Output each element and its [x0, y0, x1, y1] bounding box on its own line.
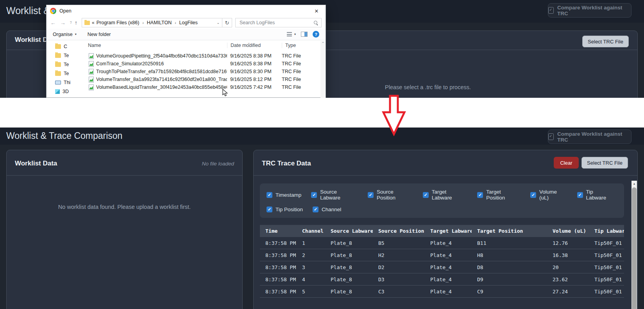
table-header-cell: Channel [297, 225, 325, 237]
file-row[interactable]: VolumeBasedLiquidTransfer_30f419e2453a40… [82, 83, 326, 91]
checkbox-checked-icon[interactable] [577, 192, 583, 198]
trc-file-icon [89, 84, 94, 90]
navigation-pane: C Te Te Te [47, 40, 82, 98]
cell-channel: 4 [297, 273, 325, 286]
address-dropdown-chevron-icon[interactable]: ⌄ [216, 21, 220, 25]
cell-source-labware: Plate_8 [325, 286, 373, 298]
panel-header: Worklist Data No file loaded [7, 150, 242, 176]
filter-label: Source Position [377, 189, 413, 201]
forward-arrow-icon[interactable]: → [60, 20, 66, 25]
nav-pane-item[interactable]: Te [47, 60, 79, 69]
scrollbar-up-arrow-icon[interactable] [631, 181, 637, 187]
column-filter-checkbox[interactable]: Timestamp [267, 189, 301, 201]
nav-pane-item[interactable]: Te [47, 51, 79, 60]
column-filter-checkbox[interactable]: Tip Position [267, 207, 303, 212]
checkbox-checked-icon[interactable] [267, 207, 272, 212]
table-row[interactable]: 8:37:58 PM 1 Plate_8 B5 Plate_4 B11 12.7… [260, 237, 624, 249]
search-input[interactable] [239, 20, 314, 26]
column-filter-checkbox[interactable]: Target Position [477, 189, 521, 201]
breadcrumb-prefix: « [92, 20, 95, 25]
column-filter-checkbox[interactable]: Source Position [368, 189, 413, 201]
refresh-icon[interactable] [222, 18, 232, 27]
table-row[interactable]: 8:37:58 PM 5 Plate_8 C3 Plate_4 C9 27.24… [260, 286, 624, 298]
preview-pane-icon[interactable] [301, 32, 308, 37]
file-date-modified: 9/16/2025 8:38 PM [227, 61, 279, 66]
file-list: Name Date modified Type VolumeGroupedPip… [82, 40, 326, 98]
compare-worklist-button[interactable]: Compare Worklist against TRC [548, 129, 631, 144]
filter-label: Target Position [486, 189, 521, 201]
file-row[interactable]: VolumeTransfer_8a1a9923fa71416c92f360df2… [82, 75, 326, 83]
checkbox-checked-icon[interactable] [423, 192, 429, 198]
checkbox-checked-icon[interactable] [313, 207, 318, 212]
up-arrow-icon[interactable]: ↑ [75, 20, 77, 25]
nav-pane-item[interactable]: 3D [47, 87, 79, 96]
trc-file-icon [89, 69, 94, 75]
select-trc-file-button[interactable]: Select TRC File [581, 157, 628, 169]
select-trc-file-button[interactable]: Select TRC File [582, 36, 629, 47]
nav-item-icon [55, 81, 61, 84]
checkbox-checked-icon[interactable] [267, 192, 272, 198]
checkbox-checked-icon[interactable] [530, 192, 536, 198]
cell-tip-labware: Tip50F_01 [589, 286, 624, 298]
search-box[interactable] [235, 18, 322, 27]
sort-indicator-icon [247, 41, 250, 45]
help-icon[interactable] [313, 31, 319, 38]
file-list-column-headers: Name Date modified Type [82, 40, 326, 50]
cell-source-position: D2 [373, 261, 425, 273]
column-filter-checkbox[interactable]: Volume (uL) [530, 189, 567, 201]
clear-button[interactable]: Clear [554, 157, 579, 169]
table-row[interactable]: 8:37:58 PM 2 Plate_8 H2 Plate_4 H8 16.38… [260, 249, 624, 261]
trc-file-icon [89, 53, 94, 59]
organise-menu-button[interactable]: Organise ▾ [53, 32, 77, 37]
column-header-name[interactable]: Name [82, 43, 227, 48]
vertical-scrollbar[interactable] [631, 181, 637, 309]
file-type: TRC File [279, 53, 301, 59]
table-row[interactable]: 8:37:58 PM 4 Plate_8 D3 Plate_4 D9 23.62… [260, 273, 624, 286]
file-row[interactable]: VolumeGroupedPipetting_2f540a4fbc6b470db… [82, 52, 326, 60]
change-view-button[interactable]: ▾ [287, 32, 296, 36]
table-row[interactable]: 8:37:58 PM 3 Plate_8 D2 Plate_4 D8 20 Ti… [260, 261, 624, 273]
chrome-icon [50, 8, 56, 14]
new-folder-button[interactable]: New folder [88, 32, 111, 37]
nav-pane-item[interactable]: Thi [47, 78, 79, 87]
table-header-cell: Target Position [472, 225, 547, 237]
file-name: VolumeBasedLiquidTransfer_30f419e2453a40… [96, 84, 227, 90]
table-header-cell: Source Labware [325, 225, 373, 237]
cell-target-labware: Plate_4 [425, 273, 472, 286]
recent-locations-chevron-icon[interactable]: ˆ̸ [70, 21, 71, 25]
checkbox-checked-icon[interactable] [368, 192, 374, 198]
checkbox-checked-icon[interactable] [477, 192, 483, 198]
column-header-type[interactable]: Type [282, 43, 326, 48]
nav-item-label: Te [64, 53, 69, 58]
nav-pane-item[interactable]: Te [47, 69, 79, 78]
checkbox-checked-icon[interactable] [311, 192, 317, 198]
table-body: 8:37:58 PM 1 Plate_8 B5 Plate_4 B11 12.7… [260, 237, 624, 298]
organise-label: Organise [53, 32, 73, 37]
cell-source-position: H2 [373, 249, 425, 261]
dialog-titlebar[interactable]: Open [47, 5, 326, 17]
breadcrumb-item[interactable]: HAMILTON [147, 20, 172, 25]
column-header-date-modified[interactable]: Date modified [227, 43, 282, 48]
cell-target-position: C9 [472, 286, 547, 298]
file-row[interactable]: ComTrace_Simulator20250916 9/16/2025 8:3… [82, 60, 326, 68]
cell-channel: 1 [297, 237, 325, 249]
back-arrow-icon[interactable]: ← [50, 20, 56, 25]
breadcrumb-item[interactable]: Program Files (x86) [97, 20, 140, 25]
file-row[interactable]: TroughToPlateTransfer_efa77b15926b4f8c8d… [82, 68, 326, 75]
compare-worklist-button[interactable]: Compare Worklist against TRC [548, 3, 631, 18]
trc-file-icon [89, 61, 94, 67]
filter-label: Timestamp [275, 192, 301, 198]
column-filter-checkbox[interactable]: Tip Labware [577, 189, 614, 201]
open-file-dialog: Open ← → ˆ̸ ↑ « Program Files (x86) › HA… [46, 5, 326, 98]
table-header-cell: Source Position [373, 225, 425, 237]
nav-pane-item[interactable]: C [47, 42, 79, 51]
column-filter-checkbox[interactable]: Channel [313, 207, 341, 212]
column-filter-checkbox[interactable]: Target Labware [423, 189, 467, 201]
scrollbar-thumb[interactable] [632, 187, 637, 309]
column-filter-checkbox[interactable]: Source Labware [311, 189, 358, 201]
close-icon[interactable] [308, 5, 326, 17]
filter-label: Source Labware [320, 189, 358, 201]
breadcrumb-item[interactable]: LogFiles [179, 20, 198, 25]
filter-row: Tip Position Channel [267, 207, 624, 212]
breadcrumb[interactable]: « Program Files (x86) › HAMILTON › LogFi… [82, 18, 222, 27]
